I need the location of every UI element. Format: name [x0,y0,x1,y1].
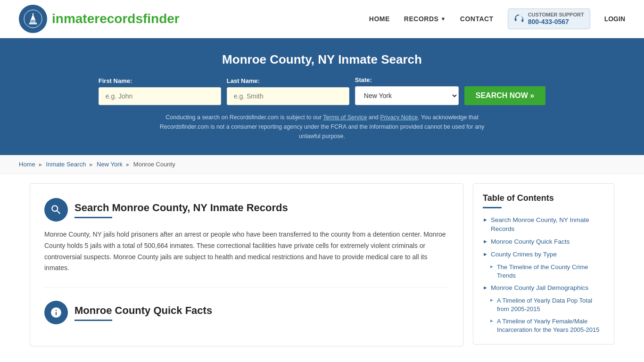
customer-support-button[interactable]: CUSTOMER SUPPORT 800-433-0567 [508,8,590,29]
logo-area: inmaterecordsfinder [19,5,180,33]
chevron-icon: ► [483,217,488,222]
main-nav: HOME RECORDS ▼ CONTACT CUSTOMER SUPPORT … [369,8,625,29]
toc-link-4[interactable]: The Timeline of the County Crime Trends [497,263,604,280]
chevron-icon: ► [489,318,494,323]
chevron-icon: ► [489,297,494,303]
toc-item: ► Search Monroe County, NY Inmate Record… [483,216,604,234]
last-name-label: Last Name: [227,77,260,84]
section1-title: Search Monroe County, NY Inmate Records [74,202,288,214]
first-name-group: First Name: [99,77,221,105]
support-text-area: CUSTOMER SUPPORT 800-433-0567 [528,12,584,26]
article: Search Monroe County, NY Inmate Records … [30,183,463,346]
logo-text: inmaterecordsfinder [52,11,180,26]
svg-rect-9 [35,20,36,23]
chevron-icon: ► [483,251,488,257]
last-name-group: Last Name: [227,77,349,105]
section1-header: Search Monroe County, NY Inmate Records [44,198,449,222]
breadcrumb-sep-3: ► [125,162,131,167]
search-form: First Name: Last Name: State: AlabamaAla… [19,76,625,105]
breadcrumb-county: Monroe County [133,161,175,168]
breadcrumb: Home ► Inmate Search ► New York ► Monroe… [0,155,644,174]
toc-item: ► Monroe County Quick Facts [483,238,604,247]
toc-box: Table of Contents ► Search Monroe County… [473,183,614,345]
search-button[interactable]: SEARCH NOW » [464,86,545,105]
toc-item-sub: ► The Timeline of the County Crime Trend… [483,263,604,280]
toc-divider [483,207,502,208]
search-circle-icon [44,198,68,222]
nav-contact[interactable]: CONTACT [460,15,494,23]
state-label: State: [355,76,372,83]
terms-link[interactable]: Terms of Service [323,114,367,121]
chevron-icon: ► [483,239,488,244]
sidebar: Table of Contents ► Search Monroe County… [473,183,614,346]
section2-underline [74,320,112,321]
disclaimer-text: Conducting a search on Recordsfinder.com… [157,113,487,141]
nav-records[interactable]: RECORDS ▼ [404,15,446,23]
section-divider [44,287,449,288]
breadcrumb-inmate-search[interactable]: Inmate Search [46,161,86,168]
svg-rect-4 [33,13,33,15]
section2-title-area: Monroe County Quick Facts [74,304,212,321]
toc-link-3[interactable]: County Crimes by Type [491,250,557,259]
headset-icon [514,14,524,24]
toc-item-sub: ► A Timeline of Yearly Female/Male Incar… [483,317,604,334]
breadcrumb-state[interactable]: New York [97,161,123,168]
info-circle-icon [44,301,68,324]
nav-home[interactable]: HOME [369,15,390,23]
section1-underline [74,217,112,218]
section2-header: Monroe County Quick Facts [44,301,449,324]
page-title: Monroe County, NY Inmate Search [19,52,625,67]
privacy-link[interactable]: Privacy Notice [380,114,418,121]
toc-item: ► Monroe County Jail Demographics [483,284,604,293]
state-select[interactable]: AlabamaAlaskaArizonaArkansasCaliforniaCo… [355,86,459,105]
logo-icon [19,5,47,33]
toc-title: Table of Contents [483,193,604,203]
first-name-label: First Name: [99,77,132,84]
toc-item-sub: ► A Timeline of Yearly Data Pop Total fr… [483,296,604,313]
main-content: Search Monroe County, NY Inmate Records … [20,183,624,346]
chevron-down-icon: ▼ [440,16,446,22]
section2-title: Monroe County Quick Facts [74,304,212,317]
state-group: State: AlabamaAlaskaArizonaArkansasCalif… [355,76,459,105]
toc-link-7[interactable]: A Timeline of Yearly Female/Male Incarce… [497,317,604,334]
chevron-icon: ► [483,285,488,290]
nav-login[interactable]: LOGIN [604,15,625,23]
svg-rect-5 [29,24,37,25]
search-banner: Monroe County, NY Inmate Search First Na… [0,38,644,155]
section1-body: Monroe County, NY jails hold prisoners a… [44,229,449,274]
breadcrumb-home[interactable]: Home [19,161,35,168]
svg-rect-7 [32,20,33,23]
breadcrumb-sep-1: ► [38,162,43,167]
toc-link-2[interactable]: Monroe County Quick Facts [491,238,570,247]
last-name-input[interactable] [227,87,349,105]
chevron-icon: ► [489,264,494,269]
svg-rect-6 [31,20,32,23]
toc-link-1[interactable]: Search Monroe County, NY Inmate Records [491,216,604,234]
toc-item: ► County Crimes by Type [483,250,604,259]
section1-title-area: Search Monroe County, NY Inmate Records [74,202,288,218]
toc-link-6[interactable]: A Timeline of Yearly Data Pop Total from… [497,296,604,313]
toc-link-5[interactable]: Monroe County Jail Demographics [491,284,588,293]
svg-rect-8 [33,20,34,23]
breadcrumb-sep-2: ► [89,162,94,167]
toc-list: ► Search Monroe County, NY Inmate Record… [483,216,604,335]
first-name-input[interactable] [99,87,221,105]
site-header: inmaterecordsfinder HOME RECORDS ▼ CONTA… [0,0,644,38]
